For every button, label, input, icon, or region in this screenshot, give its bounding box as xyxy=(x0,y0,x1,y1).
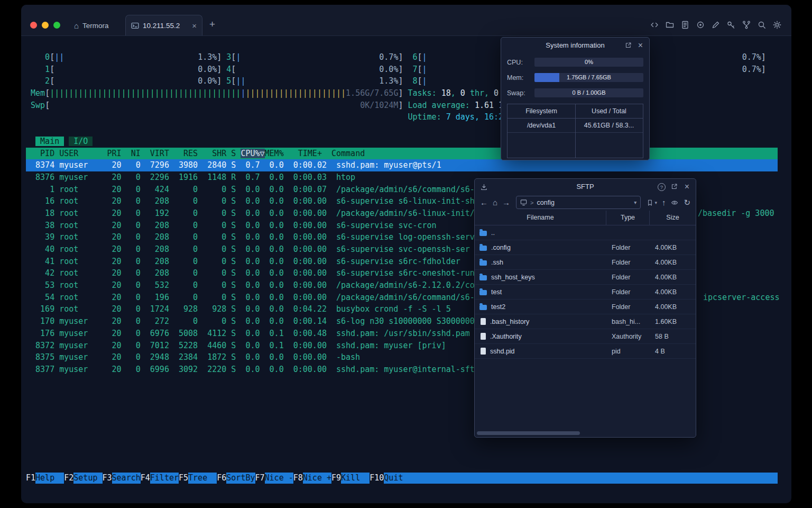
horizontal-scrollbar[interactable] xyxy=(476,431,694,436)
filename-column-header[interactable]: Filename xyxy=(475,211,606,225)
record-icon[interactable] xyxy=(696,20,705,30)
chevron-down-icon[interactable]: ▾ xyxy=(634,199,636,205)
htop-tab-io[interactable]: I/O xyxy=(69,137,93,146)
folder-icon xyxy=(479,305,487,310)
file-size-cell: 1.60KB xyxy=(650,318,696,325)
fkey-F4[interactable]: F4 xyxy=(141,473,150,484)
fkey-F2[interactable]: F2 xyxy=(64,473,73,484)
file-name: test2 xyxy=(491,303,505,311)
fkey-label-F5[interactable]: Tree xyxy=(188,473,217,484)
folder-icon[interactable] xyxy=(665,20,675,30)
fkey-label-F8[interactable]: Nice + xyxy=(303,473,331,484)
fkey-F3[interactable]: F3 xyxy=(103,473,112,484)
fkey-F9[interactable]: F9 xyxy=(331,473,341,484)
fkey-F7[interactable]: F7 xyxy=(255,473,265,484)
open-in-window-icon[interactable] xyxy=(671,183,678,190)
file-size-cell: 4.00KB xyxy=(650,303,696,311)
fkey-label-F6[interactable]: SortBy xyxy=(226,473,255,484)
settings-icon[interactable] xyxy=(772,20,782,30)
download-icon[interactable] xyxy=(480,183,488,191)
file-icon xyxy=(481,318,486,325)
fkey-F1[interactable]: F1 xyxy=(26,473,35,484)
file-name: sshd.pid xyxy=(490,348,515,355)
fkey-label-F4[interactable]: Filter xyxy=(150,473,179,484)
fkey-label-F3[interactable]: Search xyxy=(112,473,141,484)
pencil-icon[interactable] xyxy=(711,20,721,30)
home-icon: ⌂ xyxy=(74,21,79,30)
file-row[interactable]: .sshFolder4.00KB xyxy=(475,255,696,270)
memory-usage-row: Mem: 1.75GB / 7.65GB xyxy=(501,68,649,84)
branch-icon[interactable] xyxy=(742,20,751,30)
close-tab-icon[interactable]: × xyxy=(192,21,197,30)
app-window: ⌂ Termora 10.211.55.2 × + 0[|| xyxy=(21,5,791,503)
file-row[interactable]: sshd.pidpid4 B xyxy=(475,344,696,359)
file-name-cell: test xyxy=(475,288,606,296)
open-in-window-icon[interactable] xyxy=(625,42,632,49)
path-breadcrumb[interactable]: > config ▾ xyxy=(516,196,641,209)
meter-line-5: Uptime: 7 days, 16:28:10 xyxy=(26,111,778,123)
fkey-F8[interactable]: F8 xyxy=(293,473,303,484)
process-row-8374[interactable]: 8374 myuser 20 0 7296 3980 2840 S 0.7 0.… xyxy=(26,159,778,171)
command-overflow-text: /basedir -g 3000 xyxy=(698,207,774,220)
fkey-label-F10[interactable]: Quit xyxy=(384,473,412,484)
file-size-cell: 58 B xyxy=(650,333,696,340)
close-icon[interactable]: × xyxy=(638,41,643,50)
zoom-window-button[interactable] xyxy=(53,22,60,29)
memory-usage-value: 1.75GB / 7.65GB xyxy=(534,73,643,82)
key-icon[interactable] xyxy=(726,20,736,30)
parent-directory-button[interactable]: ↑ xyxy=(662,198,666,207)
process-table-header[interactable]: PID USER PRI NI VIRT RES SHR S CPU%▽MEM%… xyxy=(26,148,778,160)
file-row[interactable]: ssh_host_keysFolder4.00KB xyxy=(475,270,696,285)
terminal-icon xyxy=(131,22,139,29)
close-icon[interactable]: × xyxy=(685,183,689,191)
htop-tab-main[interactable]: Main xyxy=(35,137,64,146)
fkey-F10[interactable]: F10 xyxy=(370,473,384,484)
tab-host[interactable]: 10.211.55.2 × xyxy=(125,15,202,35)
home-button[interactable]: ⌂ xyxy=(493,198,497,207)
notes-icon[interactable] xyxy=(680,20,690,30)
minimize-window-button[interactable] xyxy=(42,22,49,29)
file-row[interactable]: test2Folder4.00KB xyxy=(475,300,696,314)
file-row[interactable]: testFolder4.00KB xyxy=(475,285,696,300)
file-name-cell: .ssh xyxy=(475,259,606,266)
size-column-header[interactable]: Size xyxy=(650,211,696,225)
memory-usage-bar: 1.75GB / 7.65GB xyxy=(534,73,643,82)
file-name-cell: ssh_host_keys xyxy=(475,274,606,281)
scrollbar-thumb[interactable] xyxy=(477,431,580,435)
code-icon[interactable] xyxy=(650,20,659,30)
back-button[interactable]: ← xyxy=(480,198,488,207)
bookmark-button[interactable]: ▾ xyxy=(647,199,657,206)
search-icon[interactable] xyxy=(757,20,767,30)
file-type-cell: pid xyxy=(606,348,650,355)
panel-title: System information xyxy=(546,41,604,49)
new-tab-button[interactable]: + xyxy=(209,19,215,30)
htop-view-tabs: Main I/O xyxy=(26,135,778,148)
close-window-button[interactable] xyxy=(30,22,37,29)
fkey-label-F7[interactable]: Nice - xyxy=(265,473,293,484)
fkey-label-F9[interactable]: Kill xyxy=(341,473,370,484)
file-name: test xyxy=(491,288,502,296)
fkey-F6[interactable]: F6 xyxy=(217,473,226,484)
fkey-F5[interactable]: F5 xyxy=(179,473,188,484)
meter-line-0: 0[|| 1.3%] 3[| 0.7%] 6[| 0.7%] xyxy=(26,51,778,64)
cpu-usage-bar: 0% xyxy=(534,58,643,67)
sftp-toolbar: ← ⌂ → > config ▾ ▾ ↑ ↻ xyxy=(475,194,696,211)
tab-label: 10.211.55.2 xyxy=(143,22,180,30)
file-icon xyxy=(481,348,486,355)
file-type-cell: Folder xyxy=(606,303,650,311)
type-column-header[interactable]: Type xyxy=(606,211,650,225)
filesystem-cell: /dev/vda1 xyxy=(508,119,575,132)
fkey-label-F2[interactable]: Setup xyxy=(73,473,102,484)
file-row[interactable]: .. xyxy=(475,225,696,240)
file-row[interactable]: .configFolder4.00KB xyxy=(475,240,696,255)
file-row[interactable]: .XauthorityXauthority58 B xyxy=(475,329,696,344)
fkey-label-F1[interactable]: Help xyxy=(35,473,64,484)
forward-button[interactable]: → xyxy=(502,198,510,207)
help-icon[interactable]: ? xyxy=(658,183,666,191)
file-row[interactable]: .bash_historybash_hi...1.60KB xyxy=(475,314,696,329)
file-name: ssh_host_keys xyxy=(491,274,535,281)
preview-button[interactable] xyxy=(670,199,679,206)
refresh-button[interactable]: ↻ xyxy=(684,198,690,207)
tab-termora[interactable]: ⌂ Termora xyxy=(68,15,115,35)
system-information-panel: System information × CPU: 0% Mem: 1.75GB… xyxy=(501,37,650,160)
